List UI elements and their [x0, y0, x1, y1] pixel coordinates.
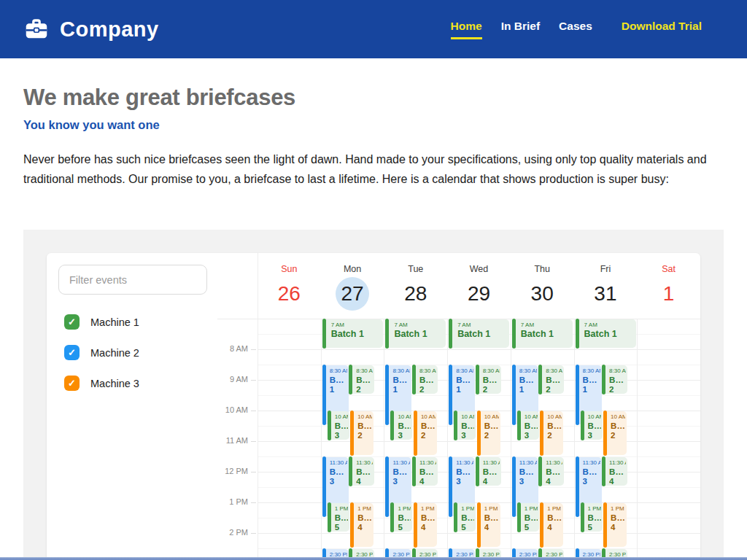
- event-title-word: 3: [519, 477, 537, 486]
- calendar-event[interactable]: 7 AMBatch 1: [322, 319, 383, 348]
- day-header-mon[interactable]: Mon27: [321, 253, 384, 319]
- event-title-word: 3: [525, 431, 538, 440]
- event-body: 7 AMBatch 1: [394, 322, 444, 348]
- day-header-sun[interactable]: Sun26: [258, 253, 321, 319]
- calendar-event[interactable]: 10 AMBatch2: [414, 411, 437, 455]
- calendar-event[interactable]: 8:30 AMBatch2: [412, 365, 438, 394]
- calendar-event[interactable]: 10 AMBatch2: [540, 411, 563, 455]
- calendar-event[interactable]: 11:30 AMBatch4: [476, 457, 501, 486]
- calendar-event[interactable]: 1 PMBatch4: [603, 503, 627, 547]
- calendar-event[interactable]: 1 PMBatch5: [517, 503, 539, 532]
- calendar-event[interactable]: 1 PMBatch4: [350, 503, 374, 547]
- event-title-word: 1: [392, 385, 410, 394]
- event-title-word: Batch: [484, 513, 499, 523]
- event-title: Batch3: [330, 467, 347, 486]
- event-title-word: Batch: [419, 467, 436, 477]
- day-header-wed[interactable]: Wed29: [447, 253, 511, 319]
- calendar-event[interactable]: 1 PMBatch4: [414, 503, 437, 547]
- event-title: Batch3: [335, 421, 348, 440]
- event-title-word: Batch: [335, 421, 348, 431]
- event-title: Batch2: [357, 421, 372, 440]
- calendar-event[interactable]: 11:30 AMBatch4: [538, 457, 564, 486]
- calendar-event[interactable]: 8:30 AMBatch2: [602, 365, 627, 394]
- day-number-wrap: 27: [321, 277, 384, 311]
- calendar-event[interactable]: 10 AMBatch2: [350, 411, 374, 455]
- hero: We make great briefcases You know you wa…: [23, 58, 724, 189]
- calendar-event[interactable]: 1 PMBatch4: [477, 503, 500, 547]
- calendar-event[interactable]: 8:30 AMBatch2: [538, 365, 564, 394]
- event-body: 7 AMBatch 1: [521, 322, 571, 348]
- machine-3-filter[interactable]: ✓ Machine 3: [64, 376, 139, 391]
- time-label: 1 PM: [217, 497, 248, 506]
- nav-download-trial[interactable]: Download Trial: [622, 20, 702, 39]
- event-title-word: Batch: [331, 329, 357, 339]
- event-title: Batch 1: [331, 330, 382, 339]
- machine-3-checkbox-checked-icon[interactable]: ✓: [64, 376, 80, 391]
- event-time: 10 AM: [335, 413, 348, 421]
- event-time: 10 AM: [547, 413, 562, 421]
- calendar-event[interactable]: 11:30 AMBatch4: [349, 457, 374, 486]
- machine-2-filter[interactable]: ✓ Machine 2: [64, 345, 139, 360]
- calendar-event[interactable]: 7 AMBatch 1: [449, 319, 509, 348]
- event-time: 1 PM: [547, 505, 562, 513]
- calendar-event[interactable]: 1 PMBatch4: [540, 503, 563, 547]
- day-column-line: [384, 319, 384, 560]
- calendar-event[interactable]: 1 PMBatch5: [328, 503, 349, 532]
- calendar-event[interactable]: 10 AMBatch3: [390, 411, 412, 440]
- nav-cases[interactable]: Cases: [559, 20, 592, 39]
- event-body: 7 AMBatch 1: [584, 322, 635, 348]
- machine-1-filter[interactable]: ✓ Machine 1: [64, 314, 139, 330]
- event-time: 11:30 AM: [419, 459, 436, 467]
- calendar-event[interactable]: 1 PMBatch5: [454, 503, 476, 532]
- event-time: 8:30 AM: [356, 368, 373, 375]
- calendar-event[interactable]: 7 AMBatch 1: [385, 319, 446, 348]
- event-time: 11:30 AM: [583, 459, 600, 467]
- day-header-tue[interactable]: Tue28: [384, 253, 447, 319]
- calendar-event[interactable]: 10 AMBatch3: [517, 411, 539, 440]
- time-label: 8 AM: [217, 344, 248, 353]
- event-time: 11:30 AM: [392, 459, 410, 467]
- event-title: Batch4: [483, 467, 500, 486]
- day-header-thu[interactable]: Thu30: [511, 253, 574, 319]
- event-title-word: Batch: [357, 513, 372, 523]
- machine-1-checkbox-checked-icon[interactable]: ✓: [64, 314, 80, 330]
- event-body: 11:30 AMBatch4: [356, 459, 373, 486]
- event-body: 11:30 AMBatch4: [483, 459, 500, 486]
- nav-in-brief[interactable]: In Brief: [501, 20, 540, 39]
- calendar-event[interactable]: 8:30 AMBatch2: [476, 365, 501, 394]
- calendar-event[interactable]: 1 PMBatch5: [390, 503, 412, 532]
- event-title-word: 5: [335, 523, 348, 532]
- event-title: Batch1: [330, 376, 347, 394]
- calendar-event[interactable]: 10 AMBatch3: [454, 411, 476, 440]
- calendar-event[interactable]: 10 AMBatch2: [603, 411, 627, 455]
- day-number: 28: [399, 277, 433, 311]
- event-time: 1 PM: [611, 505, 625, 513]
- calendar-event[interactable]: 7 AMBatch 1: [576, 319, 636, 348]
- event-time: 10 AM: [588, 413, 601, 421]
- calendar-event[interactable]: 10 AMBatch3: [581, 411, 603, 440]
- calendar-event[interactable]: 11:30 AMBatch4: [412, 457, 438, 486]
- day-header-fri[interactable]: Fri31: [574, 253, 638, 319]
- event-title: Batch 1: [521, 330, 571, 339]
- calendar-event[interactable]: 1 PMBatch5: [581, 503, 603, 532]
- machine-1-label: Machine 1: [90, 316, 139, 328]
- event-title-word: Batch: [457, 329, 483, 339]
- day-number-wrap: 1: [637, 277, 700, 311]
- event-body: 7 AMBatch 1: [331, 322, 382, 348]
- event-title: Batch2: [419, 376, 436, 394]
- nav-home[interactable]: Home: [451, 20, 482, 39]
- filter-events-input[interactable]: [58, 265, 207, 295]
- calendar-event[interactable]: 11:30 AMBatch4: [602, 457, 627, 486]
- calendar-event[interactable]: 10 AMBatch3: [328, 411, 349, 440]
- event-title-word: 4: [483, 477, 500, 486]
- day-number-wrap: 26: [258, 277, 321, 311]
- machine-2-checkbox-checked-icon[interactable]: ✓: [64, 345, 80, 360]
- time-tick: [251, 502, 256, 503]
- calendar-event[interactable]: 10 AMBatch2: [477, 411, 500, 455]
- calendar-event[interactable]: 7 AMBatch 1: [512, 319, 573, 348]
- calendar-event[interactable]: 8:30 AMBatch2: [349, 365, 374, 394]
- logo[interactable]: Company: [23, 16, 159, 42]
- day-header-sat[interactable]: Sat1: [637, 253, 700, 319]
- event-title-word: 3: [335, 431, 348, 440]
- event-time: 7 AM: [521, 322, 571, 329]
